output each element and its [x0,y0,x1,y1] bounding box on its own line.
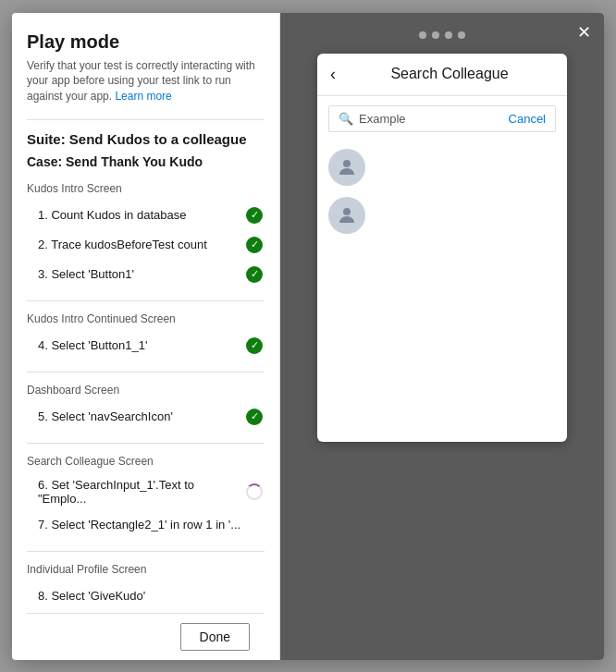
search-icon: 🔍 [339,112,353,126]
section-divider [27,443,265,444]
step-status-icon [244,515,265,535]
learn-more-link[interactable]: Learn more [115,90,171,103]
section-label: Individual Profile Screen [27,563,265,576]
avatar [328,197,365,234]
dot-2 [432,31,439,39]
step-text: 3. Select 'Button1' [38,267,244,281]
step-row: 4. Select 'Button1_1' [27,331,265,360]
right-panel: ✕ ‹ Search Colleague 🔍 Example Cancel [280,13,604,660]
phone-header: ‹ Search Colleague [317,54,567,96]
cancel-link[interactable]: Cancel [509,112,546,126]
close-button[interactable]: ✕ [577,24,591,41]
section-label: Kudos Intro Screen [27,182,265,195]
search-input-display: Example [359,112,509,126]
section-label: Dashboard Screen [27,384,265,397]
screen-title: Search Colleague [345,66,554,82]
svg-point-0 [343,160,351,167]
bottom-bar: Done [27,613,265,660]
list-item[interactable] [328,197,556,234]
modal-overlay: Play mode Verify that your test is corre… [0,0,616,672]
step-status-icon [244,205,265,226]
step-row: 5. Select 'navSearchIcon' [27,402,265,432]
search-bar[interactable]: 🔍 Example Cancel [328,105,556,132]
dot-1 [419,31,426,39]
step-row: 1. Count Kudos in database [27,201,265,230]
avatar [328,149,365,186]
back-arrow-icon[interactable]: ‹ [330,65,336,84]
svg-point-1 [343,208,351,215]
play-mode-desc: Verify that your test is correctly inter… [27,58,265,104]
step-text: 2. Trace kudosBeforeTest count [38,238,244,251]
case-title: Case: Send Thank You Kudo [27,154,265,169]
step-row: 6. Set 'SearchInput_1'.Text to "Emplo... [27,473,265,510]
step-row: 2. Trace kudosBeforeTest count [27,230,265,260]
avatar-list [317,141,567,241]
section-label: Search Colleague Screen [27,455,265,468]
step-text: 1. Count Kudos in database [38,208,244,222]
steps-scroll: Kudos Intro Screen1. Count Kudos in data… [27,178,265,613]
section-label: Kudos Intro Continued Screen [27,312,265,325]
list-item[interactable] [328,149,556,186]
step-status-icon [244,336,265,356]
step-text: 5. Select 'navSearchIcon' [38,409,244,423]
left-panel: Play mode Verify that your test is corre… [12,13,280,660]
done-button[interactable]: Done [180,623,250,651]
modal: Play mode Verify that your test is corre… [12,13,604,660]
step-status-icon [244,407,265,427]
step-status-icon [244,264,265,285]
step-text: 6. Set 'SearchInput_1'.Text to "Emplo... [38,478,244,506]
step-row: 8. Select 'GiveKudo' [27,581,265,611]
section-divider [27,300,265,301]
step-row: 3. Select 'Button1' [27,260,265,289]
phone-dots [419,31,465,39]
section-divider [27,551,265,552]
dot-4 [458,31,465,39]
step-row: 7. Select 'Rectangle2_1' in row 1 in '..… [27,510,265,540]
suite-title: Suite: Send Kudos to a colleague [27,131,265,147]
play-mode-title: Play mode [27,31,265,53]
step-status-icon [244,482,265,502]
step-status-icon [244,586,265,606]
step-text: 7. Select 'Rectangle2_1' in row 1 in '..… [38,518,244,531]
divider-1 [27,119,265,120]
step-text: 8. Select 'GiveKudo' [38,589,244,603]
step-status-icon [244,235,265,255]
phone-screen: ‹ Search Colleague 🔍 Example Cancel [317,54,567,442]
section-divider [27,372,265,373]
step-text: 4. Select 'Button1_1' [38,338,244,352]
dot-3 [445,31,452,39]
